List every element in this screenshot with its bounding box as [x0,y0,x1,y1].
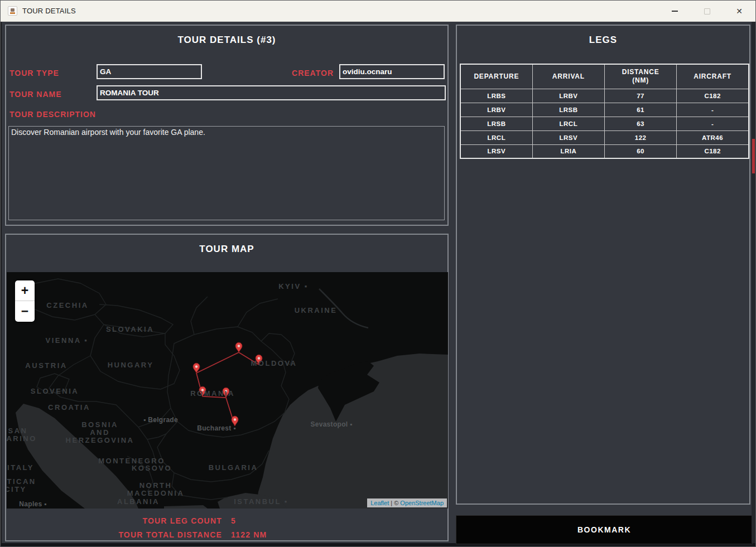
table-cell: LRIA [532,144,604,158]
table-row: LRSVLRIA60C182 [460,144,749,158]
close-icon: ✕ [736,7,743,15]
tour-stats: TOUR LEG COUNT5TOUR TOTAL DISTANCE1122 N… [6,514,447,541]
map-attribution: Leaflet | © OpenStreetMap [367,498,447,507]
table-cell: - [677,103,749,117]
tour-map-title: TOUR MAP [6,244,447,255]
window-controls: ✕ [658,1,755,22]
tour-description-label: TOUR DESCRIPTION [9,107,96,122]
tour-description-textarea[interactable]: Discover Romanian airporst with your fav… [8,126,445,220]
table-row: LRSBLRCL63- [460,117,749,130]
table-cell: 77 [605,89,677,103]
minimize-button[interactable] [658,1,691,22]
column-header: ARRIVAL [532,64,604,89]
table-row: LRBSLRBV77C182 [460,89,749,103]
close-button[interactable]: ✕ [723,1,755,22]
table-cell: LRSB [460,117,532,130]
app-icon [8,6,17,16]
table-cell: LRBV [532,89,604,103]
table-cell: 63 [605,117,677,130]
map-geography [7,272,448,509]
column-header: DISTANCE (NM) [605,64,677,89]
table-cell: LRSV [532,130,604,144]
legs-panel: LEGS DEPARTUREARRIVALDISTANCE (NM)AIRCRA… [456,25,750,505]
zoom-in-button[interactable]: + [15,280,35,301]
minimize-icon [672,11,678,12]
tour-name-input[interactable] [97,85,446,100]
window-scrollbar[interactable] [752,22,755,543]
zoom-out-button[interactable]: − [15,301,35,322]
maximize-button[interactable] [691,1,723,22]
table-cell: LRCL [460,130,532,144]
tour-details-title: TOUR DETAILS (#3) [6,35,447,46]
tour-name-label: TOUR NAME [9,87,62,101]
table-cell: ATR46 [677,130,749,144]
table-row: LRCLLRSV122ATR46 [460,130,749,144]
table-cell: C182 [677,144,749,158]
tour-type-input[interactable] [97,64,202,79]
marker-dot [234,418,236,420]
tour-type-label: TOUR TYPE [9,66,59,80]
table-cell: C182 [677,89,749,103]
column-header: DEPARTURE [460,64,532,89]
attribution-separator: | [389,500,394,506]
stat-row: TOUR TOTAL DISTANCE1122 NM [6,527,447,541]
app-window: TOUR DETAILS ✕ TOUR DETAILS (#3) TOUR TY… [0,0,756,547]
scrollbar-thumb[interactable] [752,139,755,173]
leaflet-link[interactable]: Leaflet [370,500,389,506]
window-title: TOUR DETAILS [22,7,76,15]
column-header: AIRCRAFT [677,64,749,89]
copyright-symbol: © [394,500,400,506]
creator-input[interactable] [339,64,445,79]
maximize-icon [704,8,710,14]
main-content: TOUR DETAILS (#3) TOUR TYPE CREATOR TOUR… [1,22,755,546]
stat-value: 1122 NM [231,530,267,539]
marker-dot [195,365,198,367]
bookmark-button[interactable]: BOOKMARK [456,515,753,544]
stat-label: TOUR TOTAL DISTANCE [6,530,222,539]
legs-table: DEPARTUREARRIVALDISTANCE (NM)AIRCRAFT LR… [460,64,749,159]
marker-dot [258,357,260,359]
titlebar: TOUR DETAILS ✕ [1,1,755,22]
table-row: LRBVLRSB61- [460,103,749,117]
stat-row: TOUR LEG COUNT5 [6,514,447,527]
marker-dot [238,345,240,347]
legs-title: LEGS [457,35,749,46]
table-cell: 61 [605,103,677,117]
marker-dot [225,390,227,392]
table-cell: LRSB [532,103,604,117]
tour-map-panel: TOUR MAP [5,234,449,541]
table-cell: LRCL [532,117,604,130]
marker-dot [201,389,204,391]
map-zoom-control: + − [15,280,35,322]
creator-label: CREATOR [274,66,334,80]
stat-label: TOUR LEG COUNT [6,516,222,525]
table-cell: LRBS [460,89,532,103]
table-cell: - [677,117,749,130]
table-cell: 60 [605,144,677,158]
map-canvas[interactable]: CZECHIASLOVAKIAVIENNA ▪AUSTRIAHUNGARYSLO… [7,272,448,509]
table-cell: LRSV [460,144,532,158]
tour-details-panel: TOUR DETAILS (#3) TOUR TYPE CREATOR TOUR… [5,25,449,226]
table-cell: 122 [605,130,677,144]
table-cell: LRBV [460,103,532,117]
stat-value: 5 [231,516,236,525]
openstreetmap-link[interactable]: OpenStreetMap [400,500,444,506]
